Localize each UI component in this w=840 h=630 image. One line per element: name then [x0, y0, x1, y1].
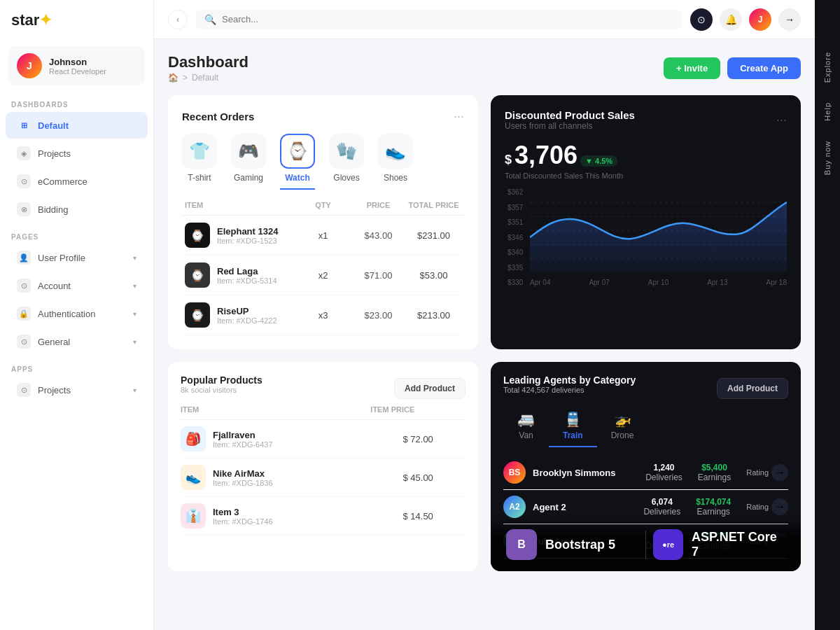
sidebar-item-ecommerce[interactable]: ⊙ eCommerce [6, 168, 148, 195]
rs-item-buy-now[interactable]: Buy now [818, 131, 837, 185]
leading-agents-title: Leading Agents by Category [503, 374, 636, 386]
page-title: Dashboard [168, 53, 248, 71]
item-qty: x1 [295, 230, 351, 241]
popular-products-card: Popular Products 8k social visitors Add … [168, 362, 478, 571]
add-product-button[interactable]: Add Product [394, 378, 465, 399]
item-total: $213.00 [406, 310, 461, 321]
logo: star✦ [0, 0, 153, 41]
category-tabs: 👕 T-shirt 🎮 Gaming ⌚ Watch 🧤 Gloves [182, 134, 464, 190]
cat-tab-tshirt[interactable]: 👕 T-shirt [182, 134, 217, 190]
y-label: $346 [507, 234, 523, 241]
rs-item-explore[interactable]: Explore [818, 42, 837, 92]
more-options-icon[interactable]: ··· [454, 109, 464, 124]
drone-icon: 🚁 [614, 411, 631, 428]
cat-tab-watch[interactable]: ⌚ Watch [280, 134, 315, 190]
rating-arrow-button[interactable]: → [771, 498, 788, 515]
rs-item-help[interactable]: Help [818, 92, 837, 131]
general-icon: ⊙ [17, 335, 31, 349]
rating-arrow-button[interactable]: → [771, 464, 788, 481]
sidebar-item-label: Bidding [38, 204, 68, 215]
search-input[interactable] [222, 14, 673, 24]
dotnet-icon: ●re [653, 529, 683, 560]
y-label: $351 [507, 218, 523, 226]
account-icon: ⊙ [17, 279, 31, 293]
x-label: Apr 04 [530, 279, 550, 286]
orders-table-header: ITEM QTY PRICE TOTAL PRICE [182, 201, 464, 216]
item-name: Item 3 [213, 507, 273, 517]
agent-tab-train[interactable]: 🚆 Train [549, 405, 597, 447]
sidebar-item-user-profile[interactable]: 👤 User Profile ▾ [6, 244, 148, 271]
item-qty: x2 [295, 270, 351, 281]
item-id: Item: #XDG-1746 [213, 517, 273, 526]
item-name: Nike AirMax [213, 468, 273, 479]
chart-y-labels: $362 $357 $351 $346 $340 $335 $330 [505, 188, 526, 286]
sidebar-item-default[interactable]: ⊞ Default [6, 112, 148, 139]
item-total: $53.00 [406, 270, 461, 281]
arrow-right-icon[interactable]: → [778, 8, 801, 31]
rating-label: Rating [746, 468, 769, 477]
user-profile-card[interactable]: J Johnson React Developer [8, 46, 145, 85]
agent-tab-train-label: Train [563, 430, 583, 440]
earnings-value: $5,400 [698, 463, 731, 472]
more-options-icon[interactable]: ··· [776, 113, 787, 127]
cat-tab-gaming[interactable]: 🎮 Gaming [231, 134, 266, 190]
user-avatar-topbar[interactable]: J [749, 8, 771, 31]
item-image: ⌚ [185, 302, 210, 328]
invite-button[interactable]: + Invite [664, 57, 720, 79]
watch-icon: ⌚ [280, 134, 315, 169]
prod-row: 👟 Nike AirMax Item: #XDG-1836 $ 45.00 [181, 458, 465, 497]
create-app-button[interactable]: Create App [727, 57, 801, 79]
add-product-button-agents[interactable]: Add Product [717, 378, 788, 399]
leading-agents-header: Leading Agents by Category Total 424,567… [503, 374, 788, 402]
item-name: Fjallraven [213, 430, 273, 440]
item-qty: x3 [295, 310, 351, 321]
cat-tab-gloves[interactable]: 🧤 Gloves [329, 134, 364, 190]
discounted-sales-header: Discounted Product Sales Users from all … [505, 109, 787, 131]
breadcrumb-home-icon[interactable]: 🏠 [168, 73, 178, 83]
topbar-right: ⊙ 🔔 J → [690, 8, 801, 31]
sidebar-item-label: Default [38, 120, 69, 131]
sidebar-item-bidding[interactable]: ⊗ Bidding [6, 196, 148, 223]
item-price: $71.00 [351, 270, 406, 281]
cat-tab-gaming-label: Gaming [234, 173, 263, 183]
cat-tab-watch-label: Watch [285, 173, 310, 183]
deliveries-count: 6,074 [643, 497, 680, 507]
agent-tab-drone[interactable]: 🚁 Drone [597, 405, 648, 447]
item-info: ⌚ RiseUP Item: #XDG-4222 [185, 302, 295, 328]
deliveries-label: Deliveries [643, 507, 680, 517]
sidebar-collapse-button[interactable]: ‹ [168, 10, 188, 29]
sidebar-item-apps-projects[interactable]: ⊙ Projects ▾ [6, 377, 148, 403]
table-row: ⌚ RiseUP Item: #XDG-4222 x3 $23.00 $213.… [182, 295, 464, 335]
item-price: $ 72.00 [370, 434, 465, 444]
notifications-icon[interactable]: 🔔 [720, 8, 742, 31]
sidebar-item-account[interactable]: ⊙ Account ▾ [6, 272, 148, 299]
x-label: Apr 07 [589, 279, 609, 286]
products-table-header: ITEM ITEM PRICE [181, 405, 465, 420]
chart-x-labels: Apr 04 Apr 07 Apr 10 Apr 13 Apr 18 [530, 279, 787, 286]
col-qty: QTY [295, 201, 351, 209]
sidebar-item-authentication[interactable]: 🔒 Authentication ▾ [6, 300, 148, 327]
item-image: 🎒 [181, 426, 206, 451]
popular-products-title: Popular Products [181, 374, 262, 386]
sidebar-item-label: User Profile [38, 253, 85, 263]
breadcrumb-separator: > [183, 73, 188, 83]
settings-icon[interactable]: ⊙ [690, 8, 713, 31]
item-info: 👟 Nike AirMax Item: #XDG-1836 [181, 465, 370, 490]
tshirt-icon: 👕 [182, 134, 217, 169]
agent-tab-van[interactable]: 🚐 Van [503, 405, 549, 447]
cat-tab-shoes[interactable]: 👟 Shoes [378, 134, 413, 190]
col-price: PRICE [351, 201, 406, 209]
page-header: Dashboard 🏠 > Default + Invite Create Ap… [168, 53, 801, 83]
agent-avatar: BS [503, 461, 526, 484]
sidebar-item-label: Projects [38, 148, 71, 159]
sidebar-item-label: Projects [38, 385, 71, 396]
col-total-price: TOTAL PRICE [406, 201, 461, 209]
search-icon: 🔍 [204, 14, 216, 25]
y-label: $340 [507, 248, 523, 256]
sidebar-item-general[interactable]: ⊙ General ▾ [6, 328, 148, 355]
sidebar-item-label: Account [38, 281, 71, 291]
discounted-label: Total Discounted Sales This Month [505, 172, 787, 180]
recent-orders-header: Recent Orders ··· [182, 109, 464, 124]
item-id: Item: #XDG-5314 [217, 276, 277, 285]
sidebar-item-projects[interactable]: ◈ Projects [6, 140, 148, 167]
